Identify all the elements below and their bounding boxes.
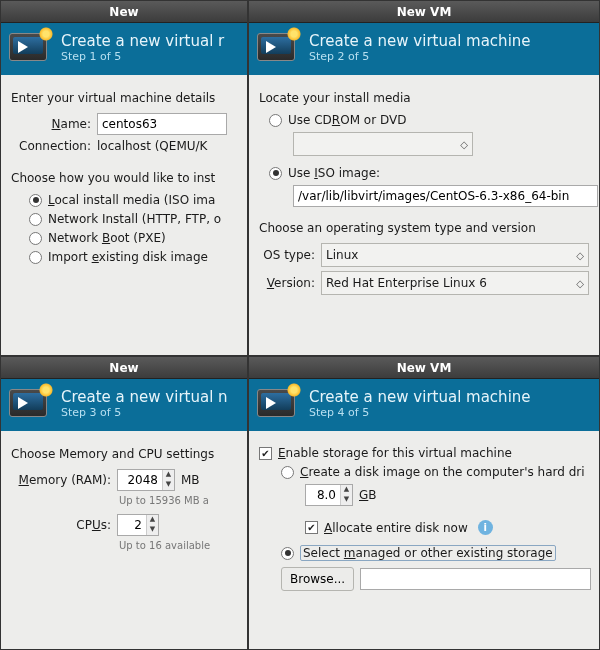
os-version-combo[interactable]: Red Hat Enterprise Linux 6◇ [321,271,589,295]
window-titlebar[interactable]: New [1,1,247,23]
window-titlebar[interactable]: New VM [249,1,599,23]
memory-input[interactable] [118,470,162,490]
cdrom-device-combo[interactable]: ◇ [293,132,473,156]
wizard-title: Create a new virtual r [61,32,224,50]
vm-icon [9,29,51,65]
radio-icon [29,194,42,207]
disk-size-input[interactable] [306,485,340,505]
radio-icon [29,251,42,264]
wizard-title: Create a new virtual machine [309,388,531,406]
connection-value: localhost (QEMU/K [97,139,207,153]
disk-size-unit: GB [359,488,377,502]
choose-os-label: Choose an operating system type and vers… [259,221,591,235]
window-titlebar[interactable]: New VM [249,357,599,379]
wizard-header: Create a new virtual machine Step 2 of 5 [249,23,599,75]
checkbox-allocate-now[interactable]: ✔ Allocate entire disk now i [305,520,591,535]
mem-cpu-heading: Choose Memory and CPU settings [11,447,239,461]
radio-create-disk[interactable]: Create a disk image on the computer's ha… [281,465,591,479]
wizard-step-label: Step 3 of 5 [61,406,228,419]
radio-icon [281,466,294,479]
os-version-label: Version: [259,276,315,290]
radio-use-iso[interactable]: Use ISO image: [269,166,591,180]
storage-path-input[interactable] [360,568,591,590]
radio-import-image[interactable]: Import existing disk image [29,250,239,264]
vm-name-input[interactable] [97,113,227,135]
browse-button[interactable]: Browse... [281,567,354,591]
wizard-step1: New Create a new virtual r Step 1 of 5 E… [0,0,248,356]
radio-local-media[interactable]: Local install media (ISO ima [29,193,239,207]
intro-label: Enter your virtual machine details [11,91,239,105]
wizard-step-label: Step 4 of 5 [309,406,531,419]
radio-icon [281,547,294,560]
radio-icon [269,114,282,127]
locate-media-label: Locate your install media [259,91,591,105]
memory-label: Memory (RAM): [11,473,111,487]
wizard-step3: New Create a new virtual n Step 3 of 5 C… [0,356,248,650]
radio-managed-storage[interactable]: Select managed or other existing storage [281,545,591,561]
os-type-label: OS type: [259,248,315,262]
wizard-header: Create a new virtual machine Step 4 of 5 [249,379,599,431]
wizard-header: Create a new virtual n Step 3 of 5 [1,379,247,431]
wizard-step2: New VM Create a new virtual machine Step… [248,0,600,356]
cpu-hint: Up to 16 available [119,540,239,551]
wizard-header: Create a new virtual r Step 1 of 5 [1,23,247,75]
install-choose-label: Choose how you would like to inst [11,171,239,185]
cpu-input[interactable] [118,515,146,535]
vm-icon [257,29,299,65]
wizard-title: Create a new virtual machine [309,32,531,50]
cpu-label: CPUs: [11,518,111,532]
wizard-step4: New VM Create a new virtual machine Step… [248,356,600,650]
iso-path-input[interactable] [293,185,598,207]
window-titlebar[interactable]: New [1,357,247,379]
os-type-combo[interactable]: Linux◇ [321,243,589,267]
radio-icon [269,167,282,180]
wizard-title: Create a new virtual n [61,388,228,406]
memory-hint: Up to 15936 MB a [119,495,239,506]
wizard-step-label: Step 1 of 5 [61,50,224,63]
radio-use-cdrom[interactable]: Use CDROM or DVD [269,113,591,127]
disk-size-spinner[interactable]: ▲▼ [305,484,353,506]
radio-icon [29,232,42,245]
vm-icon [9,385,51,421]
memory-spinner[interactable]: ▲▼ [117,469,175,491]
wizard-step-label: Step 2 of 5 [309,50,531,63]
name-label: Name: [11,117,91,131]
checkbox-icon: ✔ [305,521,318,534]
radio-icon [29,213,42,226]
info-icon[interactable]: i [478,520,493,535]
vm-icon [257,385,299,421]
radio-network-install[interactable]: Network Install (HTTP, FTP, o [29,212,239,226]
cpu-spinner[interactable]: ▲▼ [117,514,159,536]
connection-label: Connection: [11,139,91,153]
checkbox-icon: ✔ [259,447,272,460]
radio-network-boot[interactable]: Network Boot (PXE) [29,231,239,245]
checkbox-enable-storage[interactable]: ✔ Enable storage for this virtual machin… [259,446,591,460]
memory-unit: MB [181,473,200,487]
